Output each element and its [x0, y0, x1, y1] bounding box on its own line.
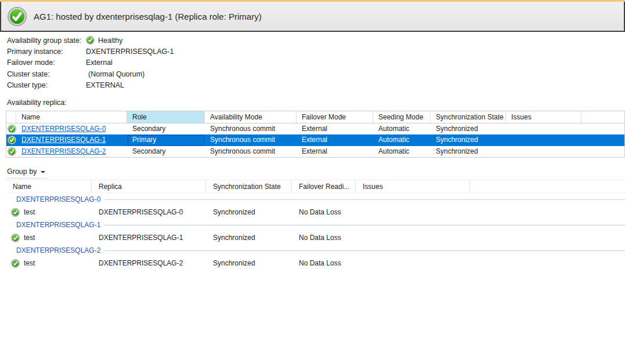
database-name: test — [24, 259, 35, 267]
database-replica: DXENTERPRISESQLAG-1 — [92, 234, 206, 242]
summary-row-failover-mode: Failover mode: External — [7, 57, 174, 68]
database-failover-readiness: No Data Loss — [292, 234, 356, 242]
summary-label: Cluster state: — [7, 70, 86, 78]
database-row[interactable]: test DXENTERPRISESQLAG-0 Synchronized No… — [6, 206, 625, 219]
replica-table-header: Name Role Availability Mode Failover Mod… — [6, 111, 624, 123]
column-header-status-icon[interactable] — [6, 111, 16, 123]
healthy-check-icon — [8, 125, 16, 133]
database-replica: DXENTERPRISESQLAG-0 — [92, 208, 206, 216]
summary-panel: Availability group state: Healthy Primar… — [7, 35, 174, 90]
replica-availability-mode: Synchronous commit — [205, 123, 297, 134]
replica-role-focused-cell: Primary — [127, 134, 205, 145]
chevron-down-icon — [41, 171, 45, 173]
replica-availability-mode: Synchronous commit — [205, 146, 297, 157]
replica-issues — [506, 123, 581, 134]
column-header-synchronization-state[interactable]: Synchronization State — [206, 180, 292, 192]
column-header-issues[interactable]: Issues — [506, 111, 581, 123]
summary-label: Failover mode: — [7, 59, 86, 67]
column-header-role[interactable]: Role — [127, 111, 205, 123]
healthy-check-icon — [8, 136, 16, 144]
column-header-replica[interactable]: Replica — [92, 180, 206, 192]
database-name: test — [24, 208, 35, 216]
availability-replica-table: Name Role Availability Mode Failover Mod… — [6, 111, 625, 158]
column-header-filler — [581, 111, 624, 123]
title-bar: AG1: hosted by dxenterprisesqlag-1 (Repl… — [0, 2, 625, 32]
database-row[interactable]: test DXENTERPRISESQLAG-1 Synchronized No… — [6, 231, 625, 244]
replica-synchronization-state: Synchronized — [431, 134, 506, 145]
replica-failover-mode: External — [297, 123, 373, 134]
group-divider-line — [104, 250, 625, 251]
replica-seeding-mode: Automatic — [373, 146, 431, 157]
ag-dashboard: AG1: hosted by dxenterprisesqlag-1 (Repl… — [0, 0, 625, 364]
healthy-check-icon — [11, 234, 20, 242]
group-label: DXENTERPRISESQLAG-1 — [16, 221, 100, 229]
summary-value: Healthy — [98, 37, 122, 45]
summary-row-group-state: Availability group state: Healthy — [7, 35, 174, 46]
replica-synchronization-state: Synchronized — [431, 146, 506, 157]
group-label: DXENTERPRISESQLAG-2 — [16, 246, 100, 254]
replica-issues — [506, 146, 581, 157]
summary-value: External — [86, 59, 113, 67]
page-title: AG1: hosted by dxenterprisesqlag-1 (Repl… — [34, 12, 262, 21]
summary-row-primary-instance: Primary instance: DXENTERPRISESQLAG-1 — [7, 46, 174, 57]
column-header-seeding-mode[interactable]: Seeding Mode — [373, 111, 431, 123]
replica-row-2[interactable]: DXENTERPRISESQLAG-2 Secondary Synchronou… — [6, 146, 624, 157]
column-header-name[interactable]: Name — [16, 111, 127, 123]
replica-role: Secondary — [127, 146, 205, 157]
replica-seeding-mode: Automatic — [373, 123, 431, 134]
healthy-check-icon — [11, 259, 20, 268]
summary-row-cluster-state: Cluster state: (Normal Quorum) — [7, 68, 174, 79]
availability-replica-section-label: Availability replica: — [7, 99, 67, 107]
summary-label: Cluster type: — [7, 81, 86, 89]
healthy-check-icon — [8, 147, 16, 156]
replica-row-filler — [581, 146, 624, 157]
database-failover-readiness: No Data Loss — [292, 259, 356, 267]
column-header-failover-readiness[interactable]: Failover Readi... — [292, 180, 356, 192]
summary-label: Availability group state: — [7, 37, 86, 45]
replica-name-link[interactable]: DXENTERPRISESQLAG-1 — [21, 136, 106, 144]
replica-name-link[interactable]: DXENTERPRISESQLAG-2 — [21, 147, 106, 155]
replica-role: Secondary — [127, 123, 205, 134]
column-header-synchronization-state[interactable]: Synchronization State — [431, 111, 506, 123]
database-synchronization-state: Synchronized — [206, 234, 292, 242]
column-header-name[interactable]: Name — [6, 180, 92, 192]
column-header-filler — [470, 180, 625, 192]
replica-row-filler — [581, 123, 624, 134]
group-by-label: Group by — [7, 168, 37, 176]
summary-value: EXTERNAL — [86, 81, 124, 89]
replica-seeding-mode: Automatic — [373, 134, 431, 145]
healthy-check-icon — [86, 36, 95, 45]
replica-name-link[interactable]: DXENTERPRISESQLAG-0 — [21, 125, 106, 133]
database-table: Name Replica Synchronization State Failo… — [6, 180, 625, 270]
database-row[interactable]: test DXENTERPRISESQLAG-2 Synchronized No… — [6, 257, 625, 270]
column-header-failover-mode[interactable]: Failover Mode — [297, 111, 373, 123]
healthy-status-icon — [8, 7, 27, 26]
replica-failover-mode: External — [297, 146, 373, 157]
summary-row-cluster-type: Cluster type: EXTERNAL — [7, 79, 174, 90]
column-header-issues[interactable]: Issues — [356, 180, 470, 192]
replica-row-filler — [581, 134, 624, 145]
replica-row-1-selected[interactable]: DXENTERPRISESQLAG-1 Primary Synchronous … — [6, 134, 624, 145]
summary-value: (Normal Quorum) — [86, 70, 144, 78]
summary-label: Primary instance: — [7, 48, 86, 56]
group-divider-line — [104, 225, 625, 225]
database-table-header: Name Replica Synchronization State Failo… — [6, 180, 625, 193]
replica-failover-mode: External — [297, 134, 373, 145]
replica-synchronization-state: Synchronized — [431, 123, 506, 134]
group-by-dropdown-button[interactable]: Group by — [7, 165, 48, 179]
summary-value: DXENTERPRISESQLAG-1 — [86, 48, 174, 56]
database-synchronization-state: Synchronized — [206, 259, 292, 267]
replica-issues — [506, 134, 581, 145]
database-group-header-0[interactable]: DXENTERPRISESQLAG-0 — [6, 193, 625, 206]
database-synchronization-state: Synchronized — [206, 208, 292, 216]
database-replica: DXENTERPRISESQLAG-2 — [92, 259, 206, 267]
replica-row-0[interactable]: DXENTERPRISESQLAG-0 Secondary Synchronou… — [6, 123, 624, 134]
replica-availability-mode: Synchronous commit — [205, 134, 297, 145]
database-group-header-1[interactable]: DXENTERPRISESQLAG-1 — [6, 219, 625, 231]
database-failover-readiness: No Data Loss — [292, 208, 356, 216]
group-divider-line — [104, 199, 625, 200]
database-name: test — [24, 234, 35, 242]
column-header-availability-mode[interactable]: Availability Mode — [205, 111, 297, 123]
database-group-header-2[interactable]: DXENTERPRISESQLAG-2 — [6, 244, 625, 257]
healthy-check-icon — [11, 208, 20, 217]
